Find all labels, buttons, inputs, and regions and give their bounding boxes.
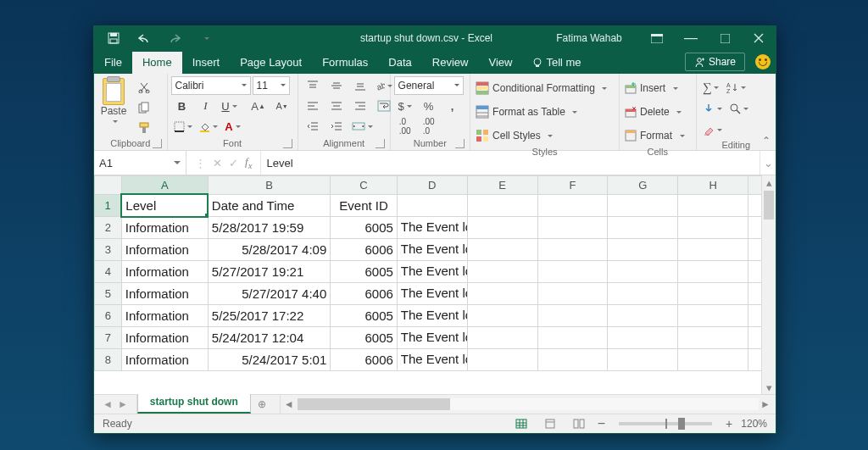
cell[interactable]: 6006 bbox=[331, 283, 398, 305]
expand-formula-bar-icon[interactable]: ⌄ bbox=[760, 151, 776, 175]
cell-A1[interactable]: Level bbox=[121, 194, 208, 217]
sort-filter-button[interactable]: AZ bbox=[724, 78, 748, 97]
cancel-formula-icon[interactable]: ✕ bbox=[213, 157, 222, 169]
increase-indent-icon[interactable] bbox=[326, 117, 348, 136]
font-color-button[interactable]: A bbox=[222, 117, 244, 136]
table-row[interactable]: 6Information5/25/2017 17:226005The Event… bbox=[95, 305, 776, 327]
cell[interactable]: The Event log service was started. bbox=[397, 261, 467, 283]
vertical-scrollbar[interactable]: ▴ ▾ bbox=[761, 175, 776, 394]
cut-icon[interactable] bbox=[133, 78, 155, 97]
decrease-font-icon[interactable]: A▼ bbox=[271, 97, 293, 115]
align-center-icon[interactable] bbox=[326, 97, 348, 115]
ribbon-display-icon[interactable] bbox=[640, 26, 674, 50]
sheet-nav-prev-icon[interactable]: ◄ bbox=[103, 398, 113, 410]
decrease-indent-icon[interactable] bbox=[302, 117, 324, 136]
tab-page-layout[interactable]: Page Layout bbox=[230, 52, 312, 74]
alignment-launcher-icon[interactable] bbox=[376, 139, 385, 148]
sheet-tab[interactable]: startup shut down bbox=[137, 394, 251, 414]
format-cells-button[interactable]: Format bbox=[623, 125, 687, 146]
font-size-combo[interactable]: 11 bbox=[253, 76, 290, 95]
cell[interactable]: 5/27/2017 4:40 bbox=[208, 283, 330, 305]
comma-format-icon[interactable]: , bbox=[442, 97, 464, 115]
account-name[interactable]: Fatima Wahab bbox=[538, 32, 640, 44]
cell[interactable]: Information bbox=[121, 327, 208, 349]
page-break-view-icon[interactable] bbox=[569, 416, 589, 431]
row-header[interactable]: 6 bbox=[95, 305, 122, 327]
name-box[interactable]: A1 bbox=[94, 151, 186, 175]
clear-button[interactable] bbox=[700, 120, 725, 139]
italic-button[interactable]: I bbox=[195, 97, 217, 115]
cell[interactable]: The Event log service was stopped. bbox=[397, 349, 467, 371]
page-layout-view-icon[interactable] bbox=[540, 416, 560, 431]
worksheet-grid[interactable]: A B C D E F G H 1LevelDate and TimeEvent… bbox=[94, 175, 776, 394]
zoom-in-button[interactable]: + bbox=[726, 421, 732, 427]
horizontal-scrollbar[interactable]: ◄ ► bbox=[280, 395, 776, 414]
tab-file[interactable]: File bbox=[94, 52, 132, 74]
row-header[interactable]: 2 bbox=[95, 217, 122, 239]
align-bottom-icon[interactable] bbox=[349, 76, 371, 95]
cell[interactable]: Information bbox=[121, 349, 208, 371]
format-painter-icon[interactable] bbox=[133, 119, 155, 137]
row-header[interactable]: 4 bbox=[95, 261, 122, 283]
cell[interactable]: Information bbox=[121, 217, 208, 239]
redo-icon[interactable] bbox=[164, 29, 186, 47]
cell[interactable]: 6005 bbox=[331, 217, 398, 239]
formula-bar[interactable]: Level bbox=[261, 151, 760, 175]
sheet-nav-next-icon[interactable]: ► bbox=[118, 398, 128, 410]
number-launcher-icon[interactable] bbox=[455, 139, 465, 148]
delete-cells-button[interactable]: Delete bbox=[623, 102, 687, 122]
cell[interactable]: 5/28/2017 19:59 bbox=[208, 217, 330, 239]
select-all-corner[interactable] bbox=[95, 176, 122, 195]
tab-home[interactable]: Home bbox=[132, 52, 182, 74]
font-name-combo[interactable]: Calibri bbox=[171, 76, 251, 95]
row-header[interactable]: 8 bbox=[95, 349, 122, 371]
enter-formula-icon[interactable]: ✓ bbox=[229, 157, 238, 169]
increase-font-icon[interactable]: A▲ bbox=[248, 97, 270, 115]
row-header[interactable]: 7 bbox=[95, 327, 122, 349]
tell-me[interactable]: Tell me bbox=[522, 52, 591, 74]
table-row[interactable]: 1LevelDate and TimeEvent ID bbox=[95, 194, 776, 217]
table-row[interactable]: 4Information5/27/2017 19:216005The Event… bbox=[95, 261, 776, 283]
collapse-ribbon-icon[interactable]: ⌃ bbox=[762, 135, 771, 147]
cell[interactable]: 5/25/2017 17:22 bbox=[208, 305, 330, 327]
number-format-combo[interactable]: General bbox=[394, 76, 464, 95]
save-icon[interactable] bbox=[103, 29, 125, 47]
col-header-E[interactable]: E bbox=[467, 176, 537, 195]
clipboard-launcher-icon[interactable] bbox=[153, 139, 162, 148]
minimize-button[interactable]: — bbox=[674, 26, 708, 50]
cell[interactable]: 6005 bbox=[331, 261, 398, 283]
undo-icon[interactable] bbox=[133, 29, 155, 47]
find-select-button[interactable] bbox=[726, 99, 751, 118]
tab-insert[interactable]: Insert bbox=[182, 52, 231, 74]
cell[interactable]: Information bbox=[121, 305, 208, 327]
format-as-table-button[interactable]: Format as Table bbox=[474, 102, 610, 122]
cell[interactable]: 5/28/2017 4:09 bbox=[208, 239, 330, 261]
align-left-icon[interactable] bbox=[302, 97, 324, 115]
copy-icon[interactable] bbox=[133, 98, 155, 117]
increase-decimal-icon[interactable]: .0.00 bbox=[394, 117, 416, 136]
tab-review[interactable]: Review bbox=[422, 52, 479, 74]
insert-cells-button[interactable]: Insert bbox=[623, 78, 687, 98]
col-header-H[interactable]: H bbox=[678, 176, 748, 195]
cell[interactable]: 6006 bbox=[331, 349, 398, 371]
cell[interactable]: 5/24/2017 5:01 bbox=[208, 349, 330, 371]
tab-formulas[interactable]: Formulas bbox=[312, 52, 378, 74]
table-row[interactable]: 3Information5/28/2017 4:096006The Event … bbox=[95, 239, 776, 261]
font-launcher-icon[interactable] bbox=[283, 139, 292, 148]
cell[interactable]: 6005 bbox=[331, 327, 398, 349]
percent-format-icon[interactable]: % bbox=[418, 97, 440, 115]
col-header-B[interactable]: B bbox=[208, 176, 330, 195]
table-row[interactable]: 8Information5/24/2017 5:016006The Event … bbox=[95, 349, 776, 371]
maximize-button[interactable] bbox=[708, 26, 742, 50]
cell-C1[interactable]: Event ID bbox=[331, 194, 398, 217]
align-right-icon[interactable] bbox=[349, 97, 371, 115]
cell[interactable]: 5/24/2017 12:04 bbox=[208, 327, 330, 349]
zoom-level[interactable]: 120% bbox=[741, 418, 767, 430]
cell-B1[interactable]: Date and Time bbox=[208, 194, 330, 217]
cell[interactable]: The Event log service was started. bbox=[397, 305, 467, 327]
column-headers[interactable]: A B C D E F G H bbox=[95, 176, 776, 195]
cell[interactable]: Information bbox=[121, 283, 208, 305]
cell[interactable]: Information bbox=[121, 239, 208, 261]
tab-view[interactable]: View bbox=[478, 52, 522, 74]
col-header-G[interactable]: G bbox=[608, 176, 678, 195]
